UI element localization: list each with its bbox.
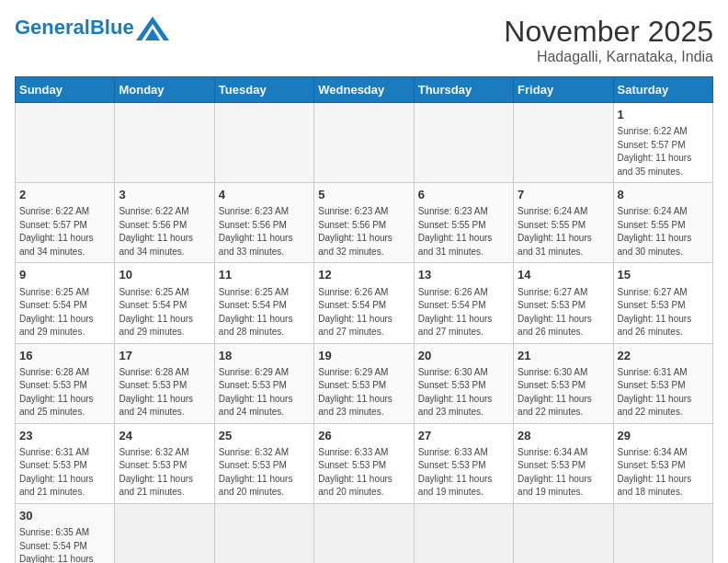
day-number: 20: [418, 348, 509, 364]
day-info: Sunrise: 6:22 AM Sunset: 5:56 PM Dayligh…: [119, 205, 210, 259]
logo-general: General: [15, 16, 90, 39]
calendar-cell: 12Sunrise: 6:26 AM Sunset: 5:54 PM Dayli…: [314, 263, 414, 343]
day-number: 12: [318, 267, 409, 283]
calendar-cell: [514, 103, 613, 183]
calendar-cell: 30Sunrise: 6:35 AM Sunset: 5:54 PM Dayli…: [16, 503, 115, 563]
calendar-cell: [414, 503, 513, 563]
day-number: 25: [219, 428, 310, 444]
title-area: November 2025 Hadagalli, Karnataka, Indi…: [504, 15, 713, 65]
day-number: 24: [119, 428, 210, 444]
calendar-cell: 29Sunrise: 6:34 AM Sunset: 5:53 PM Dayli…: [613, 423, 712, 503]
day-info: Sunrise: 6:32 AM Sunset: 5:53 PM Dayligh…: [219, 446, 310, 500]
calendar-header: SundayMondayTuesdayWednesdayThursdayFrid…: [16, 77, 713, 103]
calendar-cell: 8Sunrise: 6:24 AM Sunset: 5:55 PM Daylig…: [613, 183, 712, 263]
logo-icon: [136, 17, 169, 40]
weekday-header: Friday: [514, 77, 613, 103]
day-info: Sunrise: 6:32 AM Sunset: 5:53 PM Dayligh…: [119, 446, 210, 500]
calendar-cell: 2Sunrise: 6:22 AM Sunset: 5:57 PM Daylig…: [16, 183, 115, 263]
calendar-cell: 18Sunrise: 6:29 AM Sunset: 5:53 PM Dayli…: [214, 343, 313, 423]
calendar-cell: 27Sunrise: 6:33 AM Sunset: 5:53 PM Dayli…: [414, 423, 513, 503]
calendar-cell: [16, 103, 115, 183]
day-info: Sunrise: 6:33 AM Sunset: 5:53 PM Dayligh…: [418, 446, 509, 500]
day-info: Sunrise: 6:35 AM Sunset: 5:54 PM Dayligh…: [19, 526, 110, 563]
calendar-cell: [314, 503, 414, 563]
weekday-header: Thursday: [414, 77, 513, 103]
calendar-cell: 28Sunrise: 6:34 AM Sunset: 5:53 PM Dayli…: [514, 423, 613, 503]
calendar-cell: 6Sunrise: 6:23 AM Sunset: 5:55 PM Daylig…: [414, 183, 513, 263]
weekday-header: Saturday: [613, 77, 712, 103]
day-info: Sunrise: 6:27 AM Sunset: 5:53 PM Dayligh…: [618, 286, 709, 339]
calendar-week-row: 9Sunrise: 6:25 AM Sunset: 5:54 PM Daylig…: [16, 263, 713, 343]
calendar-cell: 26Sunrise: 6:33 AM Sunset: 5:53 PM Dayli…: [314, 423, 414, 503]
weekday-header: Wednesday: [314, 77, 414, 103]
calendar-cell: 20Sunrise: 6:30 AM Sunset: 5:53 PM Dayli…: [414, 343, 513, 423]
day-info: Sunrise: 6:25 AM Sunset: 5:54 PM Dayligh…: [219, 286, 310, 339]
calendar-cell: [514, 503, 613, 563]
day-info: Sunrise: 6:26 AM Sunset: 5:54 PM Dayligh…: [318, 286, 409, 339]
calendar-cell: 21Sunrise: 6:30 AM Sunset: 5:53 PM Dayli…: [514, 343, 613, 423]
calendar-cell: 9Sunrise: 6:25 AM Sunset: 5:54 PM Daylig…: [16, 263, 115, 343]
day-number: 13: [418, 267, 509, 283]
calendar-cell: [214, 503, 313, 563]
day-number: 11: [219, 267, 310, 283]
calendar-cell: [314, 103, 414, 183]
day-info: Sunrise: 6:23 AM Sunset: 5:56 PM Dayligh…: [219, 205, 310, 259]
day-number: 8: [618, 187, 709, 203]
calendar-week-row: 30Sunrise: 6:35 AM Sunset: 5:54 PM Dayli…: [16, 503, 713, 563]
header: GeneralBlue November 2025 Hadagalli, Kar…: [15, 15, 713, 65]
day-number: 27: [418, 428, 509, 444]
day-info: Sunrise: 6:28 AM Sunset: 5:53 PM Dayligh…: [19, 366, 110, 419]
day-number: 22: [618, 348, 709, 364]
day-info: Sunrise: 6:23 AM Sunset: 5:56 PM Dayligh…: [318, 205, 409, 259]
day-info: Sunrise: 6:30 AM Sunset: 5:53 PM Dayligh…: [418, 366, 509, 419]
calendar-cell: 11Sunrise: 6:25 AM Sunset: 5:54 PM Dayli…: [214, 263, 313, 343]
day-number: 28: [518, 428, 609, 444]
logo: GeneralBlue: [15, 15, 169, 40]
location-title: Hadagalli, Karnataka, India: [504, 49, 713, 65]
calendar-cell: 16Sunrise: 6:28 AM Sunset: 5:53 PM Dayli…: [16, 343, 115, 423]
day-info: Sunrise: 6:25 AM Sunset: 5:54 PM Dayligh…: [119, 286, 210, 339]
calendar-cell: 7Sunrise: 6:24 AM Sunset: 5:55 PM Daylig…: [514, 183, 613, 263]
calendar-week-row: 16Sunrise: 6:28 AM Sunset: 5:53 PM Dayli…: [16, 343, 713, 423]
day-info: Sunrise: 6:25 AM Sunset: 5:54 PM Dayligh…: [19, 286, 110, 339]
calendar-cell: 4Sunrise: 6:23 AM Sunset: 5:56 PM Daylig…: [214, 183, 313, 263]
calendar-cell: 23Sunrise: 6:31 AM Sunset: 5:53 PM Dayli…: [16, 423, 115, 503]
weekday-header: Tuesday: [214, 77, 313, 103]
day-number: 4: [219, 187, 310, 203]
day-number: 7: [518, 187, 609, 203]
day-info: Sunrise: 6:34 AM Sunset: 5:53 PM Dayligh…: [618, 446, 709, 500]
day-info: Sunrise: 6:31 AM Sunset: 5:53 PM Dayligh…: [19, 446, 110, 500]
calendar-cell: 17Sunrise: 6:28 AM Sunset: 5:53 PM Dayli…: [115, 343, 214, 423]
day-info: Sunrise: 6:29 AM Sunset: 5:53 PM Dayligh…: [318, 366, 409, 419]
calendar-cell: [115, 503, 214, 563]
calendar-cell: 1Sunrise: 6:22 AM Sunset: 5:57 PM Daylig…: [613, 103, 712, 183]
calendar-cell: 24Sunrise: 6:32 AM Sunset: 5:53 PM Dayli…: [115, 423, 214, 503]
calendar-cell: 15Sunrise: 6:27 AM Sunset: 5:53 PM Dayli…: [613, 263, 712, 343]
calendar-cell: 3Sunrise: 6:22 AM Sunset: 5:56 PM Daylig…: [115, 183, 214, 263]
day-number: 30: [19, 508, 110, 524]
day-info: Sunrise: 6:26 AM Sunset: 5:54 PM Dayligh…: [418, 286, 509, 339]
calendar-cell: 5Sunrise: 6:23 AM Sunset: 5:56 PM Daylig…: [314, 183, 414, 263]
calendar-cell: [214, 103, 313, 183]
day-info: Sunrise: 6:29 AM Sunset: 5:53 PM Dayligh…: [219, 366, 310, 419]
calendar-week-row: 1Sunrise: 6:22 AM Sunset: 5:57 PM Daylig…: [16, 103, 713, 183]
day-info: Sunrise: 6:28 AM Sunset: 5:53 PM Dayligh…: [119, 366, 210, 419]
calendar-cell: 19Sunrise: 6:29 AM Sunset: 5:53 PM Dayli…: [314, 343, 414, 423]
day-number: 15: [618, 267, 709, 283]
day-info: Sunrise: 6:22 AM Sunset: 5:57 PM Dayligh…: [618, 125, 709, 178]
calendar-week-row: 2Sunrise: 6:22 AM Sunset: 5:57 PM Daylig…: [16, 183, 713, 263]
weekday-header: Monday: [115, 77, 214, 103]
calendar-cell: 25Sunrise: 6:32 AM Sunset: 5:53 PM Dayli…: [214, 423, 313, 503]
calendar-cell: 14Sunrise: 6:27 AM Sunset: 5:53 PM Dayli…: [514, 263, 613, 343]
calendar-cell: 10Sunrise: 6:25 AM Sunset: 5:54 PM Dayli…: [115, 263, 214, 343]
calendar-week-row: 23Sunrise: 6:31 AM Sunset: 5:53 PM Dayli…: [16, 423, 713, 503]
weekday-row: SundayMondayTuesdayWednesdayThursdayFrid…: [16, 77, 713, 103]
day-number: 18: [219, 348, 310, 364]
day-info: Sunrise: 6:22 AM Sunset: 5:57 PM Dayligh…: [19, 205, 110, 259]
day-number: 6: [418, 187, 509, 203]
logo-blue: Blue: [90, 16, 134, 39]
day-info: Sunrise: 6:30 AM Sunset: 5:53 PM Dayligh…: [518, 366, 609, 419]
day-number: 3: [119, 187, 210, 203]
month-title: November 2025: [504, 15, 713, 49]
day-info: Sunrise: 6:34 AM Sunset: 5:53 PM Dayligh…: [518, 446, 609, 500]
